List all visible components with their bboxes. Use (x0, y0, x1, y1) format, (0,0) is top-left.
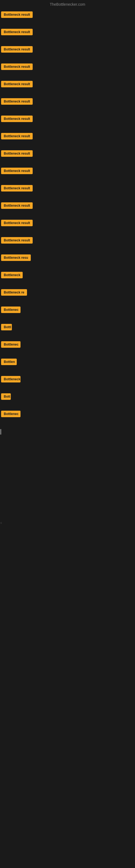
list-item: Bottleneck result (1, 62, 134, 79)
bottleneck-badge[interactable]: Bottl (1, 324, 12, 330)
bottleneck-badge[interactable]: Bottlenec (1, 341, 20, 348)
bottleneck-badge[interactable]: Bottleneck result (1, 150, 33, 157)
list-item: Bottleneck result (1, 131, 134, 149)
footer-label: c (1, 521, 2, 524)
bottleneck-badge[interactable]: Bottleneck resu (1, 254, 31, 261)
list-item: Bottleneck result (1, 44, 134, 62)
bottleneck-badge[interactable]: Bottleneck result (1, 98, 33, 105)
footer-text: c (0, 521, 135, 524)
bottleneck-badge[interactable]: Bottleneck result (1, 116, 33, 122)
bottleneck-badge[interactable]: Bottleneck result (1, 237, 33, 244)
list-item: Bottlen (1, 357, 134, 374)
list-item: Bottlenec (1, 305, 134, 322)
list-item: Bottleneck result (1, 236, 134, 253)
bottleneck-badge[interactable]: Bottleneck (1, 376, 20, 382)
empty-space (0, 445, 135, 500)
list-item: Bottleneck result (1, 27, 134, 44)
bottleneck-badge[interactable]: Bottleneck result (1, 220, 33, 226)
site-header: TheBottlenecker.com (0, 0, 135, 10)
text-cursor (1, 429, 1, 435)
list-item: Bottleneck result (1, 201, 134, 218)
list-item: Bottleneck result (1, 114, 134, 131)
list-item: Bottleneck result (1, 10, 134, 27)
bottleneck-badge[interactable]: Bottleneck result (1, 185, 33, 191)
list-item: Bottl (1, 322, 134, 340)
list-item: Bottlenec (1, 340, 134, 357)
bottleneck-badge[interactable]: Bottleneck result (1, 46, 33, 53)
list-item: Bott (1, 392, 134, 409)
bottom-space (0, 524, 135, 633)
site-title: TheBottlenecker.com (50, 2, 85, 6)
bottleneck-badge[interactable]: Bottleneck result (1, 167, 33, 174)
list-item: Bottleneck resu (1, 253, 134, 270)
list-item: Bottlenec (1, 409, 134, 426)
bottleneck-badge[interactable]: Bottlenec (1, 411, 20, 417)
bottleneck-badge[interactable]: Bott (1, 393, 11, 400)
list-item: Bottleneck result (1, 97, 134, 114)
list-item: Bottleneck result (1, 79, 134, 97)
bottleneck-list: Bottleneck result Bottleneck result Bott… (0, 10, 135, 426)
bottleneck-badge[interactable]: Bottleneck result (1, 203, 33, 209)
bottleneck-badge[interactable]: Bottleneck result (1, 63, 33, 70)
list-item: Bottleneck result (1, 218, 134, 236)
bottleneck-badge[interactable]: Bottlenec (1, 307, 20, 313)
bottleneck-badge[interactable]: Bottleneck (1, 272, 23, 278)
list-item: Bottleneck result (1, 183, 134, 201)
list-item: Bottleneck re (1, 287, 134, 305)
list-item: Bottleneck (1, 270, 134, 287)
list-item: Bottleneck result (1, 149, 134, 166)
bottleneck-badge[interactable]: Bottleneck result (1, 81, 33, 87)
bottleneck-badge[interactable]: Bottleneck result (1, 133, 33, 140)
list-item: Bottleneck result (1, 166, 134, 183)
bottleneck-badge[interactable]: Bottlen (1, 359, 17, 365)
bottleneck-badge[interactable]: Bottleneck result (1, 11, 33, 18)
bottleneck-badge[interactable]: Bottleneck result (1, 29, 33, 35)
list-item: Bottleneck (1, 374, 134, 392)
bottleneck-badge[interactable]: Bottleneck re (1, 289, 27, 296)
